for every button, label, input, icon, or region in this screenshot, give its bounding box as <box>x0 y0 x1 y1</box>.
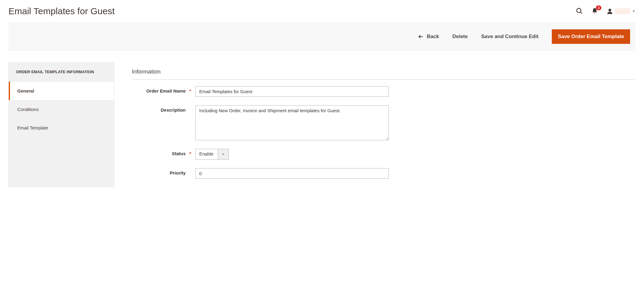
field-status: Status Enable <box>132 149 636 160</box>
save-continue-label: Save and Continue Edit <box>481 34 538 40</box>
order-email-name-input[interactable] <box>195 86 389 97</box>
page-header: Email Templates for Guest 3 <box>8 6 636 22</box>
tab-general[interactable]: General <box>9 82 114 100</box>
priority-input[interactable] <box>195 168 389 179</box>
description-input[interactable]: Including New Order, Invoice and Shipmen… <box>195 105 389 140</box>
delete-label: Delete <box>452 34 468 40</box>
field-order-email-name: Order Email Name <box>132 86 636 97</box>
tab-email-template[interactable]: Email Template <box>9 119 114 137</box>
delete-button[interactable]: Delete <box>452 34 468 40</box>
status-label: Status <box>132 149 195 156</box>
description-label: Description <box>132 105 195 113</box>
field-description: Description Including New Order, Invoice… <box>132 105 636 140</box>
page-title: Email Templates for Guest <box>8 6 115 16</box>
field-priority: Priority <box>132 168 636 179</box>
status-value: Enable <box>196 149 218 159</box>
svg-line-1 <box>581 12 582 13</box>
tab-label: Email Template <box>17 125 48 130</box>
chevron-down-icon <box>632 9 636 13</box>
svg-point-0 <box>577 8 581 12</box>
tab-label: Conditions <box>17 107 39 112</box>
priority-label: Priority <box>132 168 195 175</box>
save-continue-button[interactable]: Save and Continue Edit <box>481 34 538 40</box>
notifications-icon[interactable]: 3 <box>591 8 598 15</box>
chevron-down-icon <box>218 149 229 159</box>
order-email-name-label: Order Email Name <box>132 86 195 93</box>
status-select[interactable]: Enable <box>195 149 229 160</box>
user-name <box>615 8 630 14</box>
svg-point-2 <box>608 9 611 11</box>
arrow-left-icon <box>418 34 424 40</box>
tab-conditions[interactable]: Conditions <box>9 100 114 119</box>
section-heading: Information <box>132 68 636 80</box>
header-tools: 3 <box>576 7 636 15</box>
back-label: Back <box>427 34 439 40</box>
main-panel: Information Order Email Name Description… <box>132 62 636 187</box>
tab-label: General <box>17 88 34 93</box>
save-button[interactable]: Save Order Email Template <box>552 29 630 44</box>
notifications-badge: 3 <box>596 5 601 10</box>
back-button[interactable]: Back <box>418 34 439 40</box>
actions-toolbar: Back Delete Save and Continue Edit Save … <box>8 22 636 51</box>
user-menu[interactable] <box>607 8 636 15</box>
side-tabs: ORDER EMAIL TEMPLATE INFORMATION General… <box>8 62 114 187</box>
user-icon <box>607 8 613 15</box>
search-icon[interactable] <box>576 7 583 15</box>
tabs-heading: ORDER EMAIL TEMPLATE INFORMATION <box>9 63 114 82</box>
